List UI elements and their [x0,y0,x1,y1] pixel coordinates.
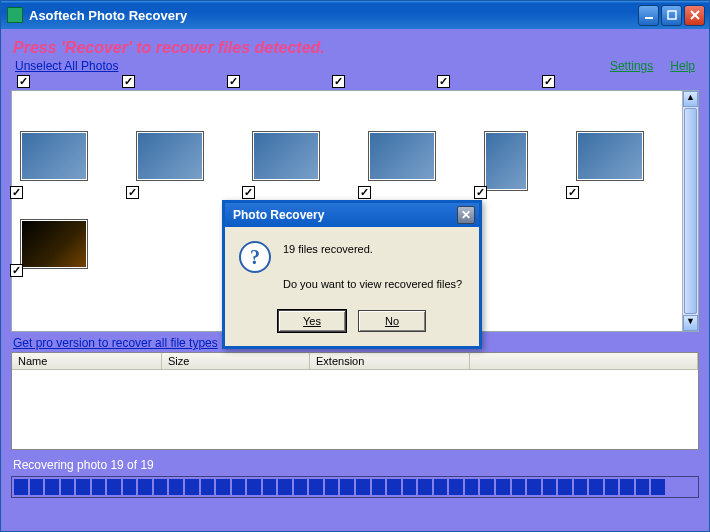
thumb-row: ✓ ✓ ✓ ✓ ✓ ✓ [20,131,674,191]
photo-thumbnail [136,131,204,181]
window-title: Asoftech Photo Recovery [29,8,638,23]
column-extension[interactable]: Extension [310,353,470,370]
status-text: Recovering photo 19 of 19 [13,458,697,472]
maximize-icon [667,10,677,20]
photo-thumbnail [368,131,436,181]
progress-segment [247,479,261,495]
checkbox[interactable]: ✓ [10,186,23,199]
checkbox[interactable]: ✓ [566,186,579,199]
progress-segment [263,479,277,495]
progress-segment [294,479,308,495]
yes-button[interactable]: Yes [278,310,346,332]
help-link[interactable]: Help [670,59,695,73]
close-icon [690,10,700,20]
scroll-thumb[interactable] [684,108,697,314]
progress-segment [107,479,121,495]
progress-segment [512,479,526,495]
list-item[interactable]: ✓ [136,131,204,191]
list-item[interactable]: ✓ [252,131,320,191]
no-button[interactable]: No [358,310,426,332]
svg-rect-0 [645,17,653,19]
svg-rect-1 [668,11,676,19]
photo-thumbnail [20,131,88,181]
progress-segment [45,479,59,495]
maximize-button[interactable] [661,5,682,26]
pro-version-link[interactable]: Get pro version to recover all file type… [13,336,218,350]
settings-link[interactable]: Settings [610,59,653,73]
dialog-title: Photo Recovery [233,208,324,222]
list-item[interactable]: ✓ [20,219,88,269]
dialog-line2: Do you want to view recovered files? [283,276,462,294]
progress-bar [11,476,699,498]
top-checkbox-row: ✓ ✓ ✓ ✓ ✓ ✓ [11,73,699,88]
titlebar: Asoftech Photo Recovery [1,1,709,29]
progress-segment [372,479,386,495]
progress-segment [309,479,323,495]
minimize-icon [644,10,654,20]
progress-segment [683,479,697,495]
progress-segment [216,479,230,495]
checkbox[interactable]: ✓ [17,75,30,88]
progress-segment [201,479,215,495]
app-icon [7,7,23,23]
dialog-text: 19 files recovered. Do you want to view … [283,241,462,294]
progress-segment [620,479,634,495]
progress-segment [61,479,75,495]
progress-segment [605,479,619,495]
list-item[interactable]: ✓ [368,131,436,191]
list-item[interactable]: ✓ [576,131,644,191]
photo-thumbnail [484,131,528,191]
progress-segment [92,479,106,495]
unselect-all-link[interactable]: Unselect All Photos [15,59,118,73]
scroll-up-button[interactable]: ▲ [683,91,698,107]
photo-thumbnail [576,131,644,181]
right-links: Settings Help [596,59,695,73]
dialog-close-button[interactable]: ✕ [457,206,475,224]
dialog-body: ? 19 files recovered. Do you want to vie… [225,227,479,304]
checkbox[interactable]: ✓ [10,264,23,277]
close-icon: ✕ [461,208,471,222]
checkbox[interactable]: ✓ [332,75,345,88]
progress-segment [574,479,588,495]
list-item[interactable]: ✓ [484,131,528,191]
checkbox[interactable]: ✓ [474,186,487,199]
banner-text: Press 'Recover' to recover files detecte… [13,39,699,57]
progress-segment [76,479,90,495]
yes-label: Yes [303,315,321,327]
minimize-button[interactable] [638,5,659,26]
list-item[interactable]: ✓ [20,131,88,191]
progress-segment [418,479,432,495]
progress-segment [636,479,650,495]
checkbox[interactable]: ✓ [126,186,139,199]
progress-segment [14,479,28,495]
progress-segment [340,479,354,495]
progress-segment [387,479,401,495]
checkbox[interactable]: ✓ [242,186,255,199]
checkbox[interactable]: ✓ [122,75,135,88]
column-name[interactable]: Name [12,353,162,370]
scrollbar[interactable]: ▲ ▼ [682,91,698,331]
photo-thumbnail [252,131,320,181]
progress-segment [449,479,463,495]
table-header: Name Size Extension [12,353,698,370]
scroll-down-button[interactable]: ▼ [683,315,698,331]
close-button[interactable] [684,5,705,26]
recovery-dialog: Photo Recovery ✕ ? 19 files recovered. D… [222,200,482,349]
progress-segment [30,479,44,495]
progress-segment [185,479,199,495]
progress-segment [543,479,557,495]
progress-segment [356,479,370,495]
column-size[interactable]: Size [162,353,310,370]
progress-segment [278,479,292,495]
checkbox[interactable]: ✓ [437,75,450,88]
progress-segment [651,479,665,495]
file-table: Name Size Extension [11,352,699,450]
progress-segment [232,479,246,495]
checkbox[interactable]: ✓ [358,186,371,199]
dialog-line1: 19 files recovered. [283,241,462,259]
progress-segment [325,479,339,495]
progress-segment [589,479,603,495]
question-icon: ? [239,241,271,273]
checkbox[interactable]: ✓ [227,75,240,88]
checkbox[interactable]: ✓ [542,75,555,88]
